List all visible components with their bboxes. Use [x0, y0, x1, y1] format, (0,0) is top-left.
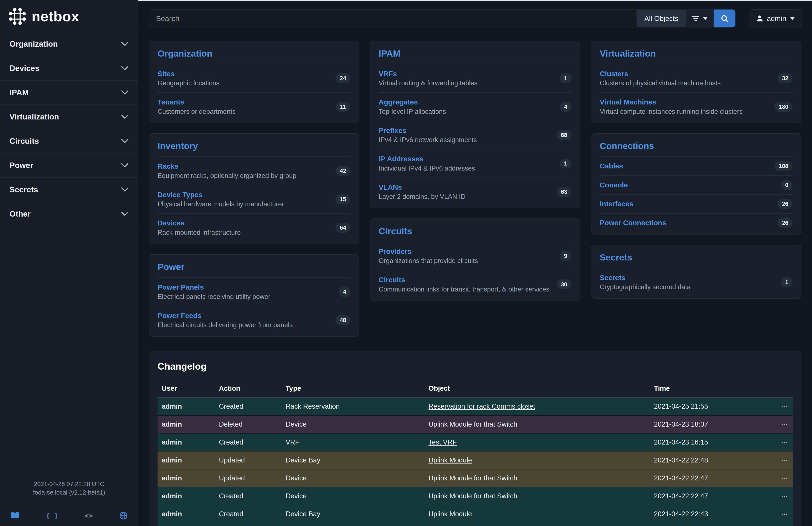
changelog-action: Created: [215, 523, 281, 526]
brand[interactable]: netbox: [0, 0, 138, 32]
caret-down-icon: [703, 17, 708, 20]
card-item-title: Secrets: [600, 273, 691, 282]
changelog-row: adminCreatedDevice BayUplink Module2021-…: [158, 505, 793, 523]
card-item-description: Cryptographically secured data: [600, 283, 691, 291]
search-filter-button[interactable]: [686, 10, 714, 27]
card-item-clusters[interactable]: ClustersClusters of physical virtual mac…: [600, 64, 793, 93]
source-code-icon[interactable]: <>: [85, 512, 93, 520]
card-item-vrfs[interactable]: VRFsVirtual routing & forwarding tables1: [379, 64, 571, 93]
changelog-time: 2021-04-23 16:15: [650, 433, 773, 451]
rest-api-braces-icon[interactable]: { }: [46, 512, 58, 520]
card-item-list: ProvidersOrganizations that provide circ…: [379, 242, 571, 298]
card-item-description: Communication links for transit, transpo…: [379, 286, 549, 293]
changelog-object: Uplink Module: [424, 505, 650, 523]
sidebar-item-label: Devices: [10, 64, 40, 73]
count-badge: 32: [778, 73, 793, 83]
row-menu-button[interactable]: ⋯: [781, 402, 788, 410]
row-menu-button[interactable]: ⋯: [781, 492, 788, 500]
card-item-interfaces[interactable]: Interfaces26: [600, 194, 793, 213]
card-item-title: Devices: [158, 219, 241, 227]
docs-book-icon[interactable]: [11, 512, 19, 520]
card-item-virtual-machines[interactable]: Virtual MachinesVirtual compute instance…: [600, 92, 793, 121]
card-item-sites[interactable]: SitesGeographic locations24: [158, 64, 350, 93]
row-menu-button[interactable]: ⋯: [781, 438, 788, 446]
sidebar-item-ipam[interactable]: IPAM: [0, 81, 138, 105]
count-badge: 26: [778, 218, 793, 228]
changelog-time: 2021-04-22 22:48: [650, 451, 773, 469]
card-item-circuits[interactable]: CircuitsCommunication links for transit,…: [379, 270, 571, 298]
row-menu-button[interactable]: ⋯: [781, 510, 788, 518]
row-menu-button[interactable]: ⋯: [781, 474, 788, 482]
card-item-list: SitesGeographic locations24TenantsCustom…: [158, 64, 350, 121]
changelog-row-actions: ⋯: [773, 415, 793, 433]
changelog-user: admin: [158, 397, 215, 415]
changelog-object-link[interactable]: Uplink Module: [429, 510, 472, 518]
user-menu-button[interactable]: admin: [750, 10, 801, 27]
user-icon: [756, 15, 763, 22]
sidebar-item-devices[interactable]: Devices: [0, 56, 138, 81]
all-objects-button[interactable]: All Objects: [637, 10, 686, 27]
card-item-power-panels[interactable]: Power PanelsElectrical panels receiving …: [158, 278, 350, 306]
footer-hostname: foda-se.local (v2.12-beta1): [8, 488, 131, 497]
sidebar-item-other[interactable]: Other: [0, 202, 138, 226]
community-globe-icon[interactable]: [119, 511, 128, 520]
row-menu-button[interactable]: ⋯: [781, 456, 788, 464]
card-item-providers[interactable]: ProvidersOrganizations that provide circ…: [379, 242, 571, 270]
changelog-object-link[interactable]: Uplink Module: [429, 456, 472, 464]
changelog-object-link[interactable]: Reservation for rack Comms closet: [429, 402, 535, 410]
card-item-description: Electrical circuits delivering power fro…: [158, 321, 293, 329]
row-menu-button[interactable]: ⋯: [781, 421, 788, 428]
count-badge: 63: [556, 187, 571, 197]
app-window: netbox OrganizationDevicesIPAMVirtualiza…: [0, 0, 812, 526]
count-badge: 180: [774, 102, 793, 112]
card-item-power-connections[interactable]: Power Connections26: [600, 213, 793, 232]
card-item-list: SecretsCryptographically secured data1: [600, 268, 793, 296]
search-submit-button[interactable]: [714, 10, 736, 27]
changelog-action: Created: [215, 397, 281, 415]
changelog-action: Created: [215, 505, 281, 523]
card-item-prefixes[interactable]: PrefixesIPv4 & IPv6 network assignments6…: [379, 121, 571, 149]
sidebar-item-organization[interactable]: Organization: [0, 32, 138, 56]
card-item-cables[interactable]: Cables108: [600, 156, 793, 175]
chevron-down-icon: [121, 90, 129, 95]
card-item-console[interactable]: Console0: [600, 175, 793, 195]
changelog-user: admin: [158, 523, 215, 526]
changelog-object-link[interactable]: Test VRF: [429, 438, 457, 446]
card-item-description: IPv4 & IPv6 network assignments: [379, 136, 477, 144]
card-item-vlans[interactable]: VLANsLayer 2 domains, by VLAN ID63: [379, 177, 571, 206]
changelog-action: Created: [215, 433, 281, 451]
card-item-title: Sites: [158, 70, 220, 78]
changelog-row: adminCreatedDeviceUplink Module for that…: [158, 487, 793, 505]
card-item-list: Cables108Console0Interfaces26Power Conne…: [600, 156, 793, 232]
card-item-title: Device Types: [158, 190, 284, 199]
card-item-tenants[interactable]: TenantsCustomers or departments11: [158, 92, 350, 121]
sidebar-item-secrets[interactable]: Secrets: [0, 178, 138, 202]
card-item-description: Physical hardware models by manufacturer: [158, 200, 284, 208]
card-organization: OrganizationSitesGeographic locations24T…: [149, 41, 359, 123]
card-item-title: Clusters: [600, 70, 721, 78]
card-item-racks[interactable]: RacksEquipment racks, optionally organiz…: [158, 156, 350, 185]
card-item-power-feeds[interactable]: Power FeedsElectrical circuits deliverin…: [158, 306, 350, 335]
all-objects-label: All Objects: [644, 14, 678, 23]
card-item-description: Individual IPv4 & IPv6 addresses: [379, 165, 475, 172]
sidebar-item-circuits[interactable]: Circuits: [0, 129, 138, 154]
changelog-row: adminCreatedRack ReservationReservation …: [158, 397, 793, 415]
sidebar-footer: 2021-04-26 07:22:28 UTC foda-se.local (v…: [0, 480, 138, 526]
card-item-device-types[interactable]: Device TypesPhysical hardware models by …: [158, 185, 350, 213]
column-header-actions: [773, 380, 793, 397]
count-badge: 108: [774, 161, 793, 171]
sidebar-item-virtualization[interactable]: Virtualization: [0, 105, 138, 129]
search-input[interactable]: [149, 10, 637, 27]
card-title: Connections: [600, 141, 793, 151]
card-item-secrets[interactable]: SecretsCryptographically secured data1: [600, 268, 793, 296]
card-item-title: Console: [600, 181, 628, 189]
changelog-user: admin: [158, 415, 215, 433]
sidebar-item-power[interactable]: Power: [0, 154, 138, 178]
chevron-down-icon: [121, 212, 129, 216]
card-item-ip-addresses[interactable]: IP AddressesIndividual IPv4 & IPv6 addre…: [379, 149, 571, 177]
card-item-aggregates[interactable]: AggregatesTop-level IP allocations4: [379, 92, 571, 121]
card-item-devices[interactable]: DevicesRack-mounted infrastructure64: [158, 213, 350, 242]
changelog-table: UserActionTypeObjectTime adminCreatedRac…: [158, 380, 793, 526]
changelog-time: 2021-04-22 22:47: [650, 487, 773, 505]
changelog-row-actions: ⋯: [773, 469, 793, 487]
